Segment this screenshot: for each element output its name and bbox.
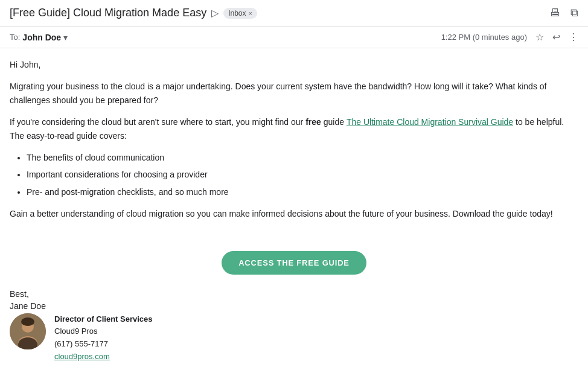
paragraph2-bold: free bbox=[305, 117, 321, 127]
meta-bar-left: To: John Doe ▾ bbox=[10, 33, 68, 42]
guide-link[interactable]: The Ultimate Cloud Migration Survival Gu… bbox=[347, 117, 513, 127]
paragraph2-before-bold: If you're considering the cloud but aren… bbox=[10, 117, 305, 127]
forward-icon[interactable]: ▷ bbox=[211, 7, 219, 19]
greeting: Hi John, bbox=[10, 58, 570, 71]
inbox-badge: Inbox × bbox=[223, 8, 257, 19]
print-icon[interactable]: 🖶 bbox=[550, 7, 561, 19]
meta-bar: To: John Doe ▾ 1:22 PM (0 minutes ago) ☆… bbox=[0, 27, 588, 48]
sig-company: Cloud9 Pros bbox=[54, 325, 153, 338]
paragraph2-after-bold: guide bbox=[321, 117, 347, 127]
star-icon[interactable]: ☆ bbox=[535, 31, 544, 43]
sender-name: Jane Doe bbox=[10, 301, 578, 311]
to-label: To: bbox=[10, 33, 20, 42]
recipient-name: John Doe bbox=[22, 33, 61, 42]
sig-info: Director of Client Services Cloud9 Pros … bbox=[54, 313, 153, 363]
paragraph1: Migrating your business to the cloud is … bbox=[10, 80, 570, 107]
external-link-icon[interactable]: ⧉ bbox=[570, 7, 578, 19]
top-bar-right: 🖶 ⧉ bbox=[550, 7, 578, 19]
meta-bar-right: 1:22 PM (0 minutes ago) ☆ ↩ ⋮ bbox=[441, 31, 578, 43]
reply-icon[interactable]: ↩ bbox=[552, 31, 560, 43]
access-guide-button[interactable]: ACCESS THE FREE GUIDE bbox=[222, 251, 366, 275]
bullet-item-3: Pre- and post-migration checklists, and … bbox=[27, 185, 570, 199]
paragraph2: If you're considering the cloud but aren… bbox=[10, 115, 570, 142]
bullet-item-2: Important considerations for choosing a … bbox=[27, 168, 570, 181]
cta-container: ACCESS THE FREE GUIDE bbox=[0, 251, 588, 275]
signature-section: Best, Jane Doe Director of Client Servic… bbox=[0, 289, 588, 373]
email-body: Hi John, Migrating your business to the … bbox=[0, 48, 580, 239]
bullet-item-1: The benefits of cloud communication bbox=[27, 151, 570, 164]
bullet-list: The benefits of cloud communication Impo… bbox=[27, 151, 570, 199]
avatar bbox=[10, 313, 46, 349]
inbox-close-icon[interactable]: × bbox=[249, 10, 252, 17]
timestamp: 1:22 PM (0 minutes ago) bbox=[441, 33, 527, 42]
top-bar: [Free Guide] Cloud Migration Made Easy ▷… bbox=[0, 0, 588, 27]
sig-title: Director of Client Services bbox=[54, 313, 153, 326]
sig-phone: (617) 555-7177 bbox=[54, 338, 153, 351]
top-bar-left: [Free Guide] Cloud Migration Made Easy ▷… bbox=[10, 7, 257, 19]
recipient-chevron-icon[interactable]: ▾ bbox=[63, 33, 68, 42]
closing-text: Best, bbox=[10, 289, 578, 299]
sig-website[interactable]: cloud9pros.com bbox=[54, 352, 110, 361]
email-subject: [Free Guide] Cloud Migration Made Easy bbox=[10, 7, 206, 19]
svg-point-4 bbox=[21, 317, 34, 326]
inbox-label: Inbox bbox=[228, 9, 246, 18]
more-options-icon[interactable]: ⋮ bbox=[569, 31, 578, 43]
paragraph3: Gain a better understanding of cloud mig… bbox=[10, 207, 570, 220]
signature-details: Director of Client Services Cloud9 Pros … bbox=[10, 313, 578, 363]
